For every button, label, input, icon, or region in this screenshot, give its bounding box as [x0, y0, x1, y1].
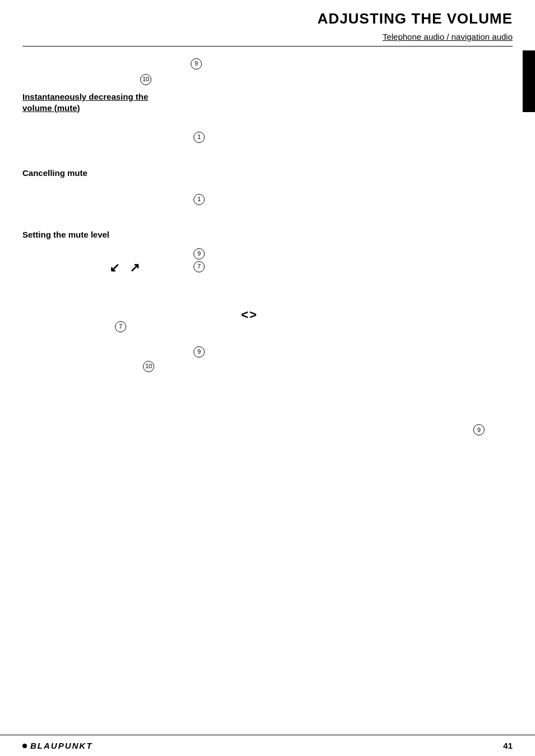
- page-number: 41: [503, 741, 513, 750]
- circle-9-bottom: 9: [473, 424, 485, 436]
- circle-1-cancel: 1: [193, 193, 205, 205]
- circle-9-top: 9: [191, 58, 202, 69]
- subtitle: Telephone audio / navigation audio: [22, 32, 513, 41]
- top-diagram: 9 10: [22, 52, 513, 91]
- circle-10-top: 10: [140, 73, 151, 85]
- confirm-diagram: 9 10: [22, 340, 513, 385]
- content-area: 9 10 Instantaneously decreasing the volu…: [0, 47, 535, 452]
- circle-1-mute: 1: [193, 131, 205, 143]
- instantaneous-heading: Instantaneously decreasing the volume (m…: [22, 91, 513, 113]
- bottom-note-area: 9: [22, 385, 513, 452]
- circle-9-level: 9: [193, 248, 205, 259]
- footer-logo: Blaupunkt: [22, 741, 93, 750]
- mute-level-heading: Setting the mute level: [22, 230, 513, 239]
- page: ADJUSTING THE VOLUME Telephone audio / n…: [0, 0, 535, 756]
- footer: Blaupunkt 41: [0, 735, 535, 756]
- circle-7-level: 7: [193, 261, 205, 272]
- mute-level-diagram: 9 ↙ ↗ 7: [22, 245, 513, 295]
- arrow-symbols: ↙ ↗: [109, 261, 143, 275]
- angle-bracket-symbols: <>: [241, 308, 258, 322]
- mute-diagram: 1: [22, 119, 513, 164]
- cancel-mute-diagram: 1: [22, 183, 513, 225]
- header: ADJUSTING THE VOLUME Telephone audio / n…: [0, 0, 535, 41]
- logo-dot: [22, 744, 27, 748]
- circle-10-confirm: 10: [143, 360, 154, 372]
- cancelling-mute-heading: Cancelling mute: [22, 168, 513, 178]
- logo-text: Blaupunkt: [30, 741, 93, 750]
- page-title: ADJUSTING THE VOLUME: [22, 10, 513, 27]
- angle-brackets-row: <> 7: [22, 295, 513, 340]
- circle-7-angle: 7: [115, 321, 126, 332]
- circle-9-confirm: 9: [193, 346, 205, 358]
